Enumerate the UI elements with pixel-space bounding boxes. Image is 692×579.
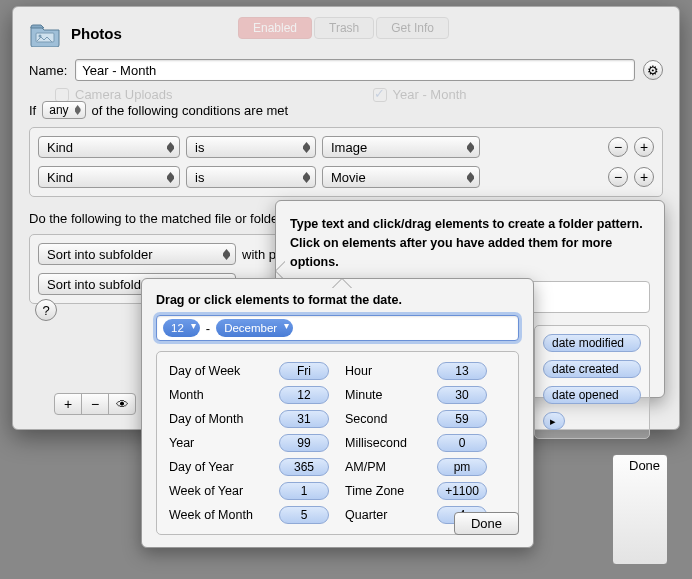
elem-token[interactable]: 365	[279, 458, 329, 476]
rule1-val[interactable]: Image	[322, 136, 480, 158]
elem-label: AM/PM	[345, 460, 425, 474]
elem-label: Day of Week	[169, 364, 267, 378]
rule2-op[interactable]: is	[186, 166, 316, 188]
rule1-attr[interactable]: Kind	[38, 136, 180, 158]
elem-label: Hour	[345, 364, 425, 378]
ghost-tab-2: Year - Month	[393, 87, 467, 102]
elem-token[interactable]: 99	[279, 434, 329, 452]
ghost-toolbar: Enabled Trash Get Info	[238, 17, 449, 39]
elem-label: Month	[169, 388, 267, 402]
add-button[interactable]: +	[54, 393, 82, 415]
if-pre: If	[29, 103, 36, 118]
rule-row-1: Kind is Image − +	[34, 132, 658, 162]
rule2-attr[interactable]: Kind	[38, 166, 180, 188]
rule2-remove[interactable]: −	[608, 167, 628, 187]
ghost-check-1	[55, 88, 69, 102]
elem-token[interactable]: 13	[437, 362, 487, 380]
rule1-op[interactable]: is	[186, 136, 316, 158]
gear-icon: ⚙	[647, 63, 659, 78]
token-date-created[interactable]: date created	[543, 360, 641, 378]
name-row: Name: ⚙	[13, 51, 679, 91]
token-date-opened[interactable]: date opened	[543, 386, 641, 404]
elem-token[interactable]: 1	[279, 482, 329, 500]
date-format-input[interactable]: 12 - December	[156, 315, 519, 341]
gear-button[interactable]: ⚙	[643, 60, 663, 80]
date-format-popover: Drag or click elements to format the dat…	[141, 278, 534, 548]
elem-token[interactable]: 5	[279, 506, 329, 524]
token-more[interactable]: ▸	[543, 412, 565, 430]
pattern-popover-title: Type text and click/drag elements to cre…	[290, 215, 650, 271]
ghost-btn-info: Get Info	[376, 17, 449, 39]
fmt-token-month-num[interactable]: 12	[163, 319, 200, 337]
elem-label: Second	[345, 412, 425, 426]
rule1-remove[interactable]: −	[608, 137, 628, 157]
ghost-btn-enabled: Enabled	[238, 17, 312, 39]
elem-token[interactable]: 59	[437, 410, 487, 428]
rule-row-2: Kind is Movie − +	[34, 162, 658, 192]
elem-label: Week of Month	[169, 508, 267, 522]
help-button[interactable]: ?	[35, 299, 57, 321]
token-date-modified[interactable]: date modified	[543, 334, 641, 352]
rule2-add[interactable]: +	[634, 167, 654, 187]
ghost-btn-trash: Trash	[314, 17, 374, 39]
ghost-tabs: Camera Uploads Year - Month	[55, 87, 467, 102]
elem-label: Day of Month	[169, 412, 267, 426]
chevron-right-icon: ▸	[550, 415, 556, 428]
if-post: of the following conditions are met	[92, 103, 289, 118]
elem-token[interactable]: pm	[437, 458, 487, 476]
date-elements-box: Day of WeekFriHour13Month12Minute30Day o…	[156, 351, 519, 535]
ghost-check-2	[373, 88, 387, 102]
elem-token[interactable]: 30	[437, 386, 487, 404]
outer-done-button[interactable]: Done	[612, 454, 668, 565]
elem-label: Week of Year	[169, 484, 267, 498]
elem-token[interactable]: 0	[437, 434, 487, 452]
if-row: If any of the following conditions are m…	[29, 101, 663, 119]
elem-token[interactable]: 31	[279, 410, 329, 428]
date-format-title: Drag or click elements to format the dat…	[156, 293, 519, 307]
elem-token[interactable]: Fri	[279, 362, 329, 380]
ghost-tab-1: Camera Uploads	[75, 87, 173, 102]
elem-label: Year	[169, 436, 267, 450]
elem-label: Minute	[345, 388, 425, 402]
name-input[interactable]	[75, 59, 635, 81]
elem-label: Day of Year	[169, 460, 267, 474]
fmt-token-month-name[interactable]: December	[216, 319, 293, 337]
tokens-palette: date modified date created date opened ▸	[534, 325, 650, 439]
elem-label: Quarter	[345, 508, 425, 522]
fmt-separator: -	[204, 321, 212, 336]
preview-button[interactable]: 👁	[108, 393, 136, 415]
folder-icon	[29, 19, 61, 47]
elem-label: Millisecond	[345, 436, 425, 450]
elem-label: Time Zone	[345, 484, 425, 498]
elem-token[interactable]: 12	[279, 386, 329, 404]
eye-icon: 👁	[116, 397, 129, 412]
bottom-toolbar: + − 👁	[55, 393, 136, 415]
rule1-add[interactable]: +	[634, 137, 654, 157]
remove-button[interactable]: −	[81, 393, 109, 415]
rule2-val[interactable]: Movie	[322, 166, 480, 188]
rules-box: Kind is Image − + Kind is Movie − +	[29, 127, 663, 197]
page-title: Photos	[71, 25, 122, 42]
action1-select[interactable]: Sort into subfolder	[38, 243, 236, 265]
elem-token[interactable]: +1100	[437, 482, 487, 500]
if-any-select[interactable]: any	[42, 101, 85, 119]
name-label: Name:	[29, 63, 67, 78]
date-done-button[interactable]: Done	[454, 512, 519, 535]
